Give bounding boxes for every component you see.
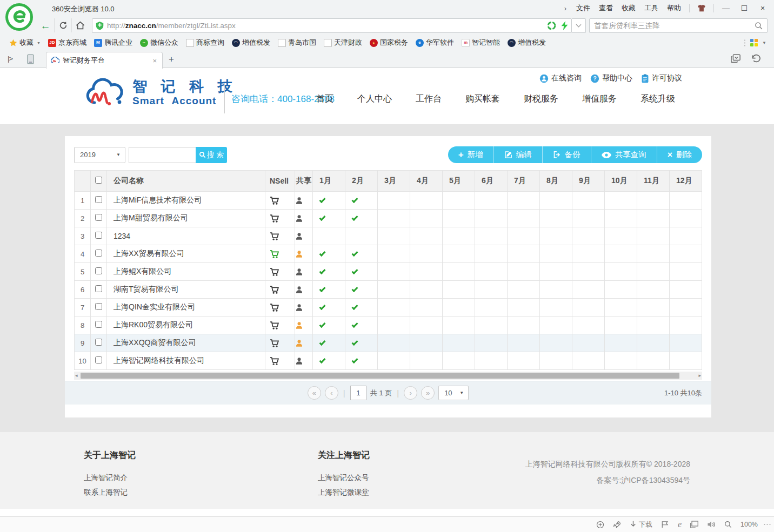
nav-item[interactable]: 系统升级: [640, 93, 675, 105]
delete-action-button[interactable]: ×删除: [657, 146, 702, 163]
bookmark-item[interactable]: e华军软件: [412, 37, 458, 49]
last-page-button[interactable]: »: [421, 386, 435, 400]
nav-item[interactable]: 增值服务: [582, 93, 617, 105]
person-icon[interactable]: [295, 268, 303, 276]
row-checkbox[interactable]: [95, 250, 102, 257]
year-select[interactable]: 2019 ▼: [74, 147, 125, 163]
scroll-left-arrow-icon[interactable]: ◂: [75, 373, 78, 378]
bookmark-item[interactable]: M腾讯企业: [90, 37, 136, 49]
bookmark-item[interactable]: JD京东商城: [44, 37, 90, 49]
browser-menu-item[interactable]: 帮助: [663, 2, 685, 15]
select-all-checkbox[interactable]: [95, 177, 102, 184]
backup-action-button[interactable]: 备份: [542, 146, 591, 163]
home-button[interactable]: [71, 18, 89, 32]
close-button[interactable]: ×: [755, 2, 771, 15]
game-booster-rocket-icon[interactable]: [613, 521, 621, 529]
eye-action-button[interactable]: 共享查询: [591, 146, 657, 163]
speed-lightning-icon[interactable]: [561, 21, 568, 30]
browser-menu-item[interactable]: 收藏: [617, 2, 640, 15]
company-filter-input[interactable]: [129, 147, 196, 163]
minimize-button[interactable]: —: [718, 2, 734, 15]
scroll-right-arrow-icon[interactable]: ▸: [698, 373, 701, 378]
person-icon[interactable]: [295, 214, 303, 223]
cart-icon[interactable]: [270, 232, 279, 240]
row-checkbox[interactable]: [95, 356, 102, 363]
search-button[interactable]: 搜 索: [196, 147, 227, 163]
page-number-input[interactable]: [350, 386, 366, 400]
url-input[interactable]: http://znacc.cn/member/ztgl/ZtList.aspx: [92, 18, 572, 33]
bookmark-item[interactable]: ◠增值税发: [228, 37, 274, 49]
zoom-level[interactable]: 100%: [740, 521, 758, 528]
cart-icon[interactable]: [270, 339, 279, 347]
bookmark-item[interactable]: 收藏▼: [5, 37, 44, 49]
refresh-button[interactable]: [54, 18, 71, 32]
accelerator-icon[interactable]: [596, 521, 604, 529]
nav-item[interactable]: 购买帐套: [465, 93, 500, 105]
ie-mode-icon[interactable]: e: [678, 520, 682, 529]
undo-close-tab-icon[interactable]: [751, 54, 761, 63]
browser-menu-item[interactable]: 工具: [640, 2, 663, 15]
recent-tabs-icon[interactable]: [731, 54, 741, 63]
cart-icon[interactable]: [270, 268, 279, 276]
row-checkbox[interactable]: [95, 285, 102, 292]
plus-action-button[interactable]: +新增: [448, 146, 493, 163]
flag-report-icon[interactable]: [661, 521, 669, 528]
mute-speaker-icon[interactable]: [707, 521, 716, 528]
page-mode-icon[interactable]: [690, 521, 698, 528]
cart-icon[interactable]: [270, 321, 279, 329]
browser-360-logo-icon[interactable]: [5, 3, 34, 31]
person-icon[interactable]: [295, 286, 303, 294]
quick-link-clipboard[interactable]: 许可协议: [641, 73, 682, 83]
scrollbar-thumb[interactable]: [81, 373, 679, 379]
nav-item[interactable]: 个人中心: [357, 93, 392, 105]
prev-page-button[interactable]: ‹: [325, 386, 338, 400]
person-icon[interactable]: [295, 197, 303, 205]
footer-link[interactable]: 上海智记微课堂: [318, 488, 370, 497]
row-checkbox[interactable]: [95, 303, 102, 310]
next-page-button[interactable]: ›: [404, 386, 417, 400]
cart-icon[interactable]: [270, 250, 279, 258]
back-button[interactable]: ←: [37, 18, 54, 32]
tab-close-icon[interactable]: ×: [151, 57, 158, 65]
footer-link[interactable]: 上海智记简介: [84, 473, 136, 483]
page-size-select[interactable]: 10 ▼: [438, 386, 469, 400]
row-checkbox[interactable]: [95, 339, 102, 346]
nav-item[interactable]: 工作台: [416, 93, 442, 105]
row-checkbox[interactable]: [95, 196, 102, 203]
mobile-sync-icon[interactable]: [27, 54, 34, 64]
person-icon[interactable]: [295, 321, 303, 329]
url-dropdown-button[interactable]: [572, 18, 586, 33]
browser-menu-item[interactable]: 文件: [572, 2, 595, 15]
bookmark-item[interactable]: ··微信公众: [136, 37, 182, 49]
browser-search-box[interactable]: [589, 18, 768, 33]
browser-search-input[interactable]: [594, 22, 755, 30]
horizontal-scrollbar[interactable]: ◂ ▸: [74, 372, 702, 380]
bookmark-item[interactable]: ◠增值税发: [504, 37, 550, 49]
quick-link-person-circle[interactable]: 在线咨询: [539, 73, 582, 83]
person-icon[interactable]: [295, 304, 303, 312]
apps-grid-icon[interactable]: [750, 39, 758, 46]
download-button[interactable]: 下载: [630, 520, 652, 529]
tab-list-expander-icon[interactable]: |>: [8, 55, 12, 63]
row-checkbox[interactable]: [95, 232, 102, 239]
person-icon[interactable]: [295, 339, 303, 347]
cart-icon[interactable]: [270, 214, 279, 223]
bookmark-item[interactable]: m智记智能: [458, 37, 504, 49]
person-icon[interactable]: [295, 232, 303, 240]
bookmark-item[interactable]: 青岛市国: [274, 37, 320, 49]
bookmark-item[interactable]: 商标查询: [182, 37, 228, 49]
row-checkbox[interactable]: [95, 321, 102, 328]
nav-item[interactable]: 财税服务: [524, 93, 558, 105]
cart-icon[interactable]: [270, 286, 279, 294]
footer-link[interactable]: 上海智记公众号: [318, 473, 370, 483]
skin-button[interactable]: [693, 2, 710, 15]
first-page-button[interactable]: «: [308, 386, 321, 400]
bookmark-item[interactable]: ★国家税务: [366, 37, 412, 49]
person-icon[interactable]: [295, 357, 303, 365]
row-checkbox[interactable]: [95, 267, 102, 274]
row-checkbox[interactable]: [95, 214, 102, 221]
person-icon[interactable]: [295, 250, 303, 258]
edit-action-button[interactable]: 编辑: [493, 146, 542, 163]
bookmark-item[interactable]: 天津财政: [320, 37, 366, 49]
bookmarks-handle-icon[interactable]: [744, 39, 746, 46]
